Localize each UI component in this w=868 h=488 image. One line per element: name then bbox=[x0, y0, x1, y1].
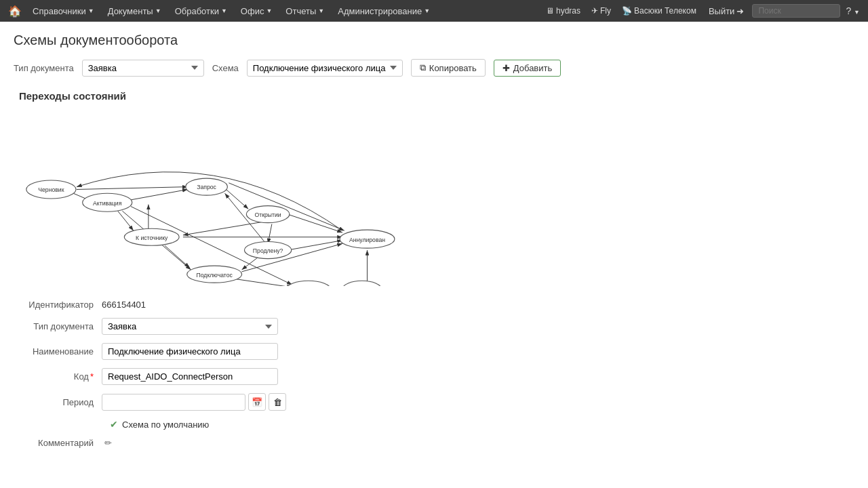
nav-item-documents[interactable]: Документы ▼ bbox=[102, 3, 167, 19]
form-name-label: Наименование bbox=[14, 346, 102, 357]
svg-point-38 bbox=[286, 281, 330, 286]
states-section-title: Переходы состояний bbox=[14, 90, 854, 102]
search-input[interactable] bbox=[752, 4, 840, 18]
form-doc-type-select[interactable]: Заявка bbox=[102, 318, 278, 335]
logout-icon: ➜ bbox=[736, 6, 744, 16]
form-code-input[interactable] bbox=[102, 368, 278, 385]
nav-item-references[interactable]: Справочники ▼ bbox=[27, 3, 100, 19]
schema-select-wrap: Подключение физического лица bbox=[247, 60, 403, 77]
svg-text:Активация: Активация bbox=[93, 200, 122, 207]
svg-line-3 bbox=[131, 189, 188, 199]
chevron-down-icon: ▼ bbox=[266, 7, 272, 14]
svg-text:Открытии: Открытии bbox=[255, 211, 281, 218]
schema-label: Схема bbox=[212, 63, 239, 73]
server-icon: 🖥 bbox=[546, 6, 554, 16]
schema-select[interactable]: Подключение физического лица bbox=[247, 60, 403, 77]
nav-item-admin[interactable]: Администрирование ▼ bbox=[332, 3, 435, 19]
default-schema-row: ✔ Схема по умолчанию bbox=[14, 419, 854, 430]
add-button[interactable]: ✚ Добавить bbox=[494, 60, 561, 77]
svg-text:Аннулирован: Аннулирован bbox=[349, 237, 385, 243]
page-title: Схемы документооборота bbox=[14, 33, 854, 48]
page-content: Схемы документооборота Тип документа Зая… bbox=[0, 22, 868, 467]
form-section: Идентификатор 666154401 Тип документа За… bbox=[14, 300, 854, 448]
nav-item-office[interactable]: Офис ▼ bbox=[235, 3, 278, 19]
chevron-down-icon: ▼ bbox=[221, 7, 227, 14]
svg-line-2 bbox=[77, 187, 188, 190]
nav-item-processing[interactable]: Обработки ▼ bbox=[170, 3, 233, 19]
svg-text:Продлену?: Продлену? bbox=[253, 247, 283, 254]
form-name-input[interactable] bbox=[102, 343, 278, 360]
diagram-container: Черновик Активация Запрос Открытии К ист… bbox=[14, 110, 420, 286]
company-icon: 📡 bbox=[622, 6, 632, 16]
comment-label: Комментарий bbox=[14, 438, 102, 448]
svg-text:Черновик: Черновик bbox=[38, 186, 64, 193]
clear-date-button[interactable]: 🗑 bbox=[269, 393, 286, 411]
company-icon-item[interactable]: 📡 Васюки Телеком bbox=[618, 5, 701, 17]
server-icon-item[interactable]: 🖥 hydras bbox=[542, 5, 585, 17]
chevron-down-icon: ▼ bbox=[854, 9, 860, 16]
logout-button[interactable]: Выйти ➜ bbox=[703, 3, 750, 19]
form-doc-type-row: Тип документа Заявка bbox=[14, 318, 854, 335]
chevron-down-icon: ▼ bbox=[155, 7, 161, 14]
svg-text:Подключатос: Подключатос bbox=[197, 272, 233, 279]
trash-icon: 🗑 bbox=[273, 397, 282, 407]
calendar-icon: 📅 bbox=[252, 397, 262, 407]
chevron-down-icon: ▼ bbox=[424, 7, 430, 14]
top-navigation: 🏠 Справочники ▼ Документы ▼ Обработки ▼ … bbox=[0, 0, 868, 22]
id-row: Идентификатор 666154401 bbox=[14, 300, 854, 310]
fly-icon-item[interactable]: ✈ Fly bbox=[587, 5, 615, 17]
default-schema-label: Схема по умолчанию bbox=[122, 420, 209, 430]
svg-line-7 bbox=[288, 214, 342, 232]
form-code-label: Код bbox=[14, 371, 102, 382]
home-button[interactable]: 🏠 bbox=[5, 1, 24, 20]
svg-line-14 bbox=[288, 241, 342, 250]
svg-text:К источнику: К источнику bbox=[136, 235, 168, 241]
doc-type-select[interactable]: Заявка bbox=[82, 60, 204, 77]
nav-item-reports[interactable]: Отчеты ▼ bbox=[280, 3, 330, 19]
form-period-label: Период bbox=[14, 397, 102, 407]
id-label: Идентификатор bbox=[14, 300, 102, 310]
checkmark-icon: ✔ bbox=[110, 419, 118, 430]
svg-point-40 bbox=[342, 281, 382, 286]
calendar-button[interactable]: 📅 bbox=[248, 393, 266, 411]
help-button[interactable]: ? ▼ bbox=[843, 4, 863, 18]
chevron-down-icon: ▼ bbox=[88, 7, 94, 14]
plus-icon: ✚ bbox=[502, 63, 510, 73]
edit-pencil-icon[interactable]: ✏ bbox=[104, 438, 112, 448]
svg-line-16 bbox=[230, 278, 292, 286]
copy-button[interactable]: ⧉ Копировать bbox=[411, 59, 486, 77]
form-period-input[interactable] bbox=[102, 394, 245, 411]
svg-text:Запрос: Запрос bbox=[197, 184, 216, 190]
period-date-row: 📅 🗑 bbox=[102, 393, 286, 411]
comment-row: Комментарий ✏ bbox=[14, 438, 854, 448]
doc-type-label: Тип документа bbox=[14, 63, 74, 73]
chevron-down-icon: ▼ bbox=[318, 7, 324, 14]
user-section: 🖥 hydras ✈ Fly 📡 Васюки Телеком Выйти ➜ … bbox=[542, 3, 863, 19]
id-value: 666154401 bbox=[102, 300, 146, 310]
toolbar: Тип документа Заявка Схема Подключение ф… bbox=[14, 59, 854, 77]
copy-icon: ⧉ bbox=[420, 62, 426, 73]
form-code-row: Код bbox=[14, 368, 854, 385]
states-diagram: Черновик Активация Запрос Открытии К ист… bbox=[14, 110, 420, 286]
form-doc-type-label: Тип документа bbox=[14, 321, 102, 331]
form-name-row: Наименование bbox=[14, 343, 854, 360]
fly-icon: ✈ bbox=[591, 6, 598, 16]
svg-line-9 bbox=[268, 224, 272, 244]
form-period-row: Период 📅 🗑 bbox=[14, 393, 854, 411]
svg-line-10 bbox=[165, 245, 190, 268]
